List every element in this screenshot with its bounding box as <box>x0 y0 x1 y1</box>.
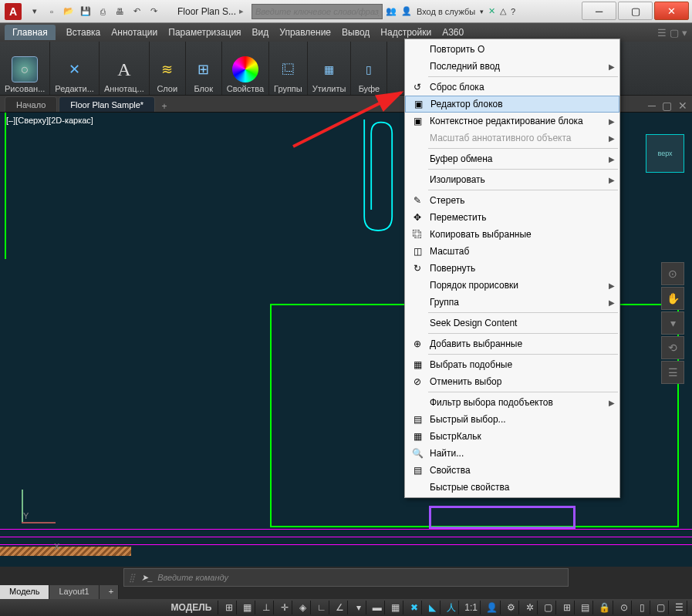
cm-быстрые-свойства[interactable]: Быстрые свойства <box>405 479 619 496</box>
viewcube[interactable]: верх <box>646 134 684 173</box>
open-icon[interactable]: 📂 <box>62 5 76 19</box>
tab-insert[interactable]: Вставка <box>66 27 101 38</box>
tab-manage[interactable]: Управление <box>279 27 331 38</box>
cm-найти-[interactable]: 🔍Найти... <box>405 445 619 462</box>
ribbon-annotate[interactable]: А Аннотац... <box>100 42 150 95</box>
command-line[interactable]: ⣿ ➤_ Введите команду <box>123 568 569 587</box>
cm-порядок-прорисовки[interactable]: Порядок прорисовки▶ <box>405 277 619 294</box>
paperclip-object[interactable] <box>356 113 403 251</box>
tab-output[interactable]: Вывод <box>342 27 370 38</box>
sb-grid-icon[interactable]: ⊞ <box>221 601 237 614</box>
undo-icon[interactable]: ↶ <box>130 5 143 19</box>
tab-model[interactable]: Модель <box>0 585 49 599</box>
tab-layout1[interactable]: Layout1 <box>49 585 99 599</box>
sb-lockui-icon[interactable]: 🔒 <box>596 601 613 614</box>
filetab-min-icon[interactable]: ─ <box>648 99 656 112</box>
cm-стереть[interactable]: ✎Стереть <box>405 192 619 209</box>
cmd-grip-icon[interactable]: ⣿ <box>129 573 137 583</box>
sb-monitor-icon[interactable]: ▢ <box>541 601 556 614</box>
sb-iso-icon[interactable]: ◈ <box>295 601 311 614</box>
cm-копировать-выбранные[interactable]: ⿻Копировать выбранные <box>405 226 619 243</box>
cm-свойства[interactable]: ▤Свойства <box>405 462 619 479</box>
exchange-icon[interactable]: ✕ <box>488 6 495 16</box>
qat-dropdown[interactable]: ▾ <box>28 5 42 19</box>
cm-отменить-выбор[interactable]: ⊘Отменить выбор <box>405 373 619 390</box>
cm-последний-ввод[interactable]: Последний ввод▶ <box>405 58 619 75</box>
sb-lwt-icon[interactable]: ▬ <box>370 601 385 614</box>
sb-snap-icon[interactable]: ▦ <box>240 601 255 614</box>
cm-быстркальк[interactable]: ▦БыстрКальк <box>405 428 619 445</box>
signin-label[interactable]: Вход в службы <box>417 7 475 16</box>
sb-gear-icon[interactable]: ⚙ <box>504 601 519 614</box>
cm-повторить-о[interactable]: Повторить О <box>405 41 619 58</box>
ribbon-properties[interactable]: Свойства <box>222 42 269 95</box>
app-push-icon[interactable]: ▢ <box>670 27 679 39</box>
filetab-close-icon[interactable]: ✕ <box>678 99 687 112</box>
close-button[interactable]: ✕ <box>654 2 689 20</box>
cm-контекстное-редактирование-блока[interactable]: ▣Контекстное редактирование блока▶ <box>405 113 619 130</box>
nav-pan-icon[interactable]: ✋ <box>661 287 684 310</box>
tab-parametric[interactable]: Параметризация <box>168 27 241 38</box>
app-min-icon[interactable]: ☰ <box>657 27 667 39</box>
save-icon[interactable]: 💾 <box>79 5 93 19</box>
sb-custom-icon[interactable]: ☰ <box>672 601 687 614</box>
sb-otrack-icon[interactable]: ∠ <box>332 601 348 614</box>
ribbon-block[interactable]: ⊞ Блок <box>186 42 222 95</box>
tab-start[interactable]: Начало <box>5 96 57 112</box>
tab-add[interactable]: + <box>100 585 119 599</box>
viewport-label[interactable]: [–][Сверху][2D-каркас] <box>6 116 93 125</box>
cm-добавить-выбранные[interactable]: ⊕Добавить выбранные <box>405 335 619 352</box>
ribbon-groups[interactable]: ⿺ Группы <box>269 42 308 95</box>
app-icon[interactable]: A <box>5 3 22 20</box>
cm-изолировать[interactable]: Изолировать▶ <box>405 171 619 188</box>
sb-annoscale-icon[interactable]: 👤 <box>484 601 501 614</box>
sb-scale[interactable]: 1:1 <box>462 601 481 614</box>
tab-home[interactable]: Главная <box>5 25 56 40</box>
sb-units-icon[interactable]: ⊞ <box>559 601 575 614</box>
nav-zoom-icon[interactable]: ▾ <box>661 311 684 335</box>
print-icon[interactable]: 🖶 <box>113 5 127 19</box>
nav-full-icon[interactable]: ⊙ <box>661 262 684 285</box>
tab-active[interactable]: Floor Plan Sample* <box>59 96 155 112</box>
sb-osnap-icon[interactable]: ∟ <box>314 601 329 614</box>
cm-seek-design-content[interactable]: Seek Design Content <box>405 315 619 332</box>
search-input[interactable] <box>251 4 383 19</box>
tab-view[interactable]: Вид <box>252 27 269 38</box>
sb-polar-icon[interactable]: ✛ <box>277 601 292 614</box>
filetab-max-icon[interactable]: ▢ <box>662 99 672 112</box>
sb-trans-icon[interactable]: ▦ <box>388 601 403 614</box>
cm-редактор-блоков[interactable]: ▣Редактор блоков <box>405 96 619 113</box>
sb-qp-icon[interactable]: ▤ <box>578 601 593 614</box>
sb-model[interactable]: МОДЕЛЬ <box>165 601 219 614</box>
cm-фильтр-выбора-подобъектов[interactable]: Фильтр выбора подобъектов▶ <box>405 394 619 411</box>
sb-dynucs-icon[interactable]: 人 <box>444 601 459 614</box>
saveas-icon[interactable]: ⎙ <box>96 5 110 19</box>
ribbon-modify[interactable]: ✕ Редакти... <box>50 42 100 95</box>
tab-annotate[interactable]: Аннотации <box>111 27 157 38</box>
cm-группа[interactable]: Группа▶ <box>405 294 619 311</box>
sb-ws-icon[interactable]: ✲ <box>522 601 538 614</box>
cm-быстрый-выбор-[interactable]: ▤Быстрый выбор... <box>405 411 619 428</box>
sb-clean-icon[interactable]: ▢ <box>653 601 669 614</box>
sb-ortho-icon[interactable]: ⊥ <box>258 601 274 614</box>
cm-повернуть[interactable]: ↻Повернуть <box>405 260 619 277</box>
sb-isolate-icon[interactable]: ⊙ <box>616 601 632 614</box>
signin-icon[interactable]: 👤 <box>401 6 412 16</box>
maximize-button[interactable]: ▢ <box>618 2 653 20</box>
ribbon-utils[interactable]: ▦ Утилиты <box>308 42 352 95</box>
redo-icon[interactable]: ↷ <box>147 5 160 19</box>
ribbon-layers[interactable]: ≋ Слои <box>150 42 186 95</box>
sb-3dosnap-icon[interactable]: ◣ <box>425 601 441 614</box>
minimize-button[interactable]: ─ <box>582 2 616 20</box>
ribbon-clipboard[interactable]: ▯ Буфе <box>351 42 387 95</box>
cm-сброс-блока[interactable]: ↺Сброс блока <box>405 79 619 96</box>
cm-переместить[interactable]: ✥Переместить <box>405 209 619 226</box>
sb-cycle-icon[interactable]: ✖ <box>407 601 422 614</box>
help-icon[interactable]: ? <box>511 7 515 16</box>
share-icon[interactable]: △ <box>500 6 506 16</box>
sb-dyn-icon[interactable]: ▾ <box>351 601 366 614</box>
app-help-icon[interactable]: ▾ <box>682 27 687 39</box>
nav-orbit-icon[interactable]: ⟲ <box>661 336 684 359</box>
new-icon[interactable]: ▫ <box>45 5 59 19</box>
nav-wheel-icon[interactable]: ☰ <box>661 361 684 384</box>
